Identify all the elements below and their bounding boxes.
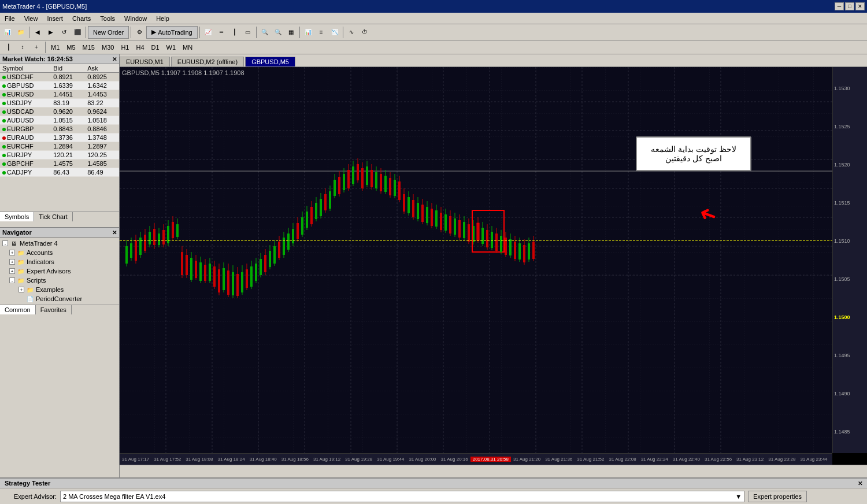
menu-view[interactable]: View	[20, 14, 43, 23]
time-label-21: 31 Aug 23:28	[766, 457, 798, 462]
period-h4[interactable]: H4	[133, 42, 147, 53]
tab-tick-chart[interactable]: Tick Chart	[34, 212, 73, 221]
nav-item-examples[interactable]: + 📁 Examples	[0, 285, 119, 294]
vline-btn[interactable]: ┃	[228, 26, 241, 39]
market-watch-row[interactable]: USDCAD 0.9620 0.9624	[0, 108, 119, 116]
maximize-btn[interactable]: □	[845, 2, 854, 10]
mw-dot	[2, 136, 6, 140]
ea-dropdown[interactable]: 2 MA Crosses Mega filter EA V1.ex4 ▼	[60, 491, 744, 502]
autotrading-button[interactable]: ▶ AutoTrading	[146, 26, 198, 39]
chart-tab-eurusd-m1[interactable]: EURUSD,M1	[120, 57, 170, 66]
forward-btn[interactable]: ▶	[45, 26, 57, 39]
bar-btn[interactable]: ≡	[315, 26, 328, 39]
market-watch-row[interactable]: AUDUSD 1.0515 1.0518	[0, 116, 119, 125]
line-chart-btn[interactable]: 📉	[328, 26, 341, 39]
minimize-btn[interactable]: ─	[835, 2, 844, 10]
new-chart-btn[interactable]: 📊	[1, 26, 14, 39]
nav-item-metatrader4[interactable]: - 🖥 MetaTrader 4	[0, 239, 119, 248]
market-watch-close[interactable]: ✕	[112, 56, 117, 62]
market-watch-row[interactable]: GBPUSD 1.6339 1.6342	[0, 81, 119, 90]
zoom-in-btn[interactable]: 🔍	[258, 26, 271, 39]
period-m30[interactable]: M30	[99, 42, 117, 53]
menu-file[interactable]: File	[0, 14, 20, 23]
market-watch-body: USDCHF 0.8921 0.8925 GBPUSD 1.6339 1.634…	[0, 73, 119, 177]
market-watch-row[interactable]: USDCHF 0.8921 0.8925	[0, 73, 119, 81]
refresh-btn[interactable]: ↺	[58, 26, 71, 39]
hline-btn[interactable]: ━	[215, 26, 228, 39]
nav-tab-favorites[interactable]: Favorites	[36, 305, 72, 314]
tb-sep3	[131, 27, 131, 38]
zoom-out-btn[interactable]: 🔍	[272, 26, 284, 39]
stop-btn[interactable]: ⬛	[71, 26, 84, 39]
nav-item-scripts[interactable]: - 📁 Scripts	[0, 276, 119, 285]
chart-tab-gbpusd-m5[interactable]: GBPUSD,M5	[245, 57, 295, 66]
period-d1[interactable]: D1	[149, 42, 162, 53]
navigator-title: Navigator	[2, 229, 32, 236]
grid-btn[interactable]: ▦	[285, 26, 298, 39]
nav-item-expert-advisors[interactable]: + 📁 Expert Advisors	[0, 266, 119, 276]
period-m5[interactable]: M5	[64, 42, 78, 53]
market-watch-row[interactable]: EURGBP 0.8843 0.8846	[0, 125, 119, 134]
tab-symbols[interactable]: Symbols	[0, 212, 34, 221]
menu-insert[interactable]: Insert	[42, 14, 68, 23]
market-watch-title: Market Watch: 16:24:53	[2, 55, 73, 62]
open-btn[interactable]: 📁	[14, 26, 27, 39]
period-m15[interactable]: M15	[80, 42, 98, 53]
market-watch-row[interactable]: EURCHF 1.2894 1.2897	[0, 142, 119, 151]
market-watch-row[interactable]: CADJPY 86.43 86.49	[0, 168, 119, 177]
navigator-close-btn[interactable]: ✕	[112, 229, 117, 236]
market-watch-scroll[interactable]: Symbol Bid Ask USDCHF 0.8921 0.8925 GBPU…	[0, 64, 119, 212]
mw-dot	[2, 145, 6, 149]
menu-window[interactable]: Window	[120, 14, 151, 23]
market-watch-row[interactable]: EURJPY 120.21 120.25	[0, 151, 119, 160]
nav-tab-common[interactable]: Common	[0, 305, 36, 314]
crosshair-btn[interactable]: +	[30, 41, 43, 54]
period-m1[interactable]: M1	[48, 42, 62, 53]
period-h1[interactable]: H1	[118, 42, 132, 53]
price-label-6: 1.1505	[834, 276, 866, 282]
time-label-2: 31 Aug 17:52	[151, 457, 183, 462]
st-close[interactable]: ✕	[858, 480, 862, 487]
mw-ask: 1.6342	[85, 81, 119, 90]
time-label-8: 31 Aug 19:28	[343, 457, 375, 462]
time-label-11: 31 Aug 20:16	[439, 457, 470, 462]
indicators-btn[interactable]: ∿	[345, 26, 358, 39]
new-order-button[interactable]: New Order	[88, 26, 129, 39]
rect-btn[interactable]: ▭	[242, 26, 254, 39]
market-watch-row[interactable]: EURUSD 1.4451 1.4453	[0, 90, 119, 99]
chart-container: GBPUSD,M5 1.1907 1.1908 1.1907 1.1908	[120, 67, 867, 465]
mw-ask: 0.8846	[85, 125, 119, 134]
nav-item-indicators[interactable]: + 📁 Indicators	[0, 257, 119, 266]
expert-properties-btn[interactable]: Expert properties	[748, 491, 807, 502]
menu-help[interactable]: Help	[151, 14, 174, 23]
menu-tools[interactable]: Tools	[95, 14, 120, 23]
market-watch-row[interactable]: USDJPY 83.19 83.22	[0, 99, 119, 108]
time-label: 31 Aug 17:17	[120, 457, 151, 462]
back-btn[interactable]: ◀	[31, 26, 44, 39]
title-bar: MetaTrader 4 - [GBPUSD,M5] ─ □ ✕	[0, 0, 867, 13]
market-watch-row[interactable]: GBPCHF 1.4575 1.4585	[0, 160, 119, 168]
price-label-3: 1.1520	[834, 162, 866, 168]
cursor-btn[interactable]: ↕	[16, 41, 29, 54]
menu-charts[interactable]: Charts	[68, 14, 95, 23]
navigator-tree: - 🖥 MetaTrader 4 + 📁 Accounts + 📁 Indica…	[0, 238, 119, 305]
spin-btn[interactable]: ⚙	[133, 26, 146, 39]
period-mn[interactable]: MN	[180, 42, 195, 53]
chart-tab-eurusd-m2[interactable]: EURUSD,M2 (offline)	[171, 57, 244, 66]
line-btn[interactable]: 📈	[202, 26, 214, 39]
nav-item-accounts[interactable]: + 📁 Accounts	[0, 248, 119, 257]
examples-icon: 📁	[26, 286, 34, 294]
main-toolbar: 📊 📁 ◀ ▶ ↺ ⬛ New Order ⚙ ▶ AutoTrading 📈 …	[0, 24, 867, 40]
period-w1[interactable]: W1	[164, 42, 179, 53]
time-label-15: 31 Aug 21:52	[575, 457, 606, 462]
market-watch-row[interactable]: EURAUD 1.3736 1.3748	[0, 134, 119, 142]
accounts-expand: +	[9, 250, 15, 255]
candle-btn[interactable]: 📊	[302, 26, 314, 39]
mw-dot	[2, 171, 6, 175]
mw-ask: 83.22	[85, 99, 119, 108]
close-btn[interactable]: ✕	[855, 2, 865, 10]
col-bid: Bid	[51, 64, 85, 73]
line-draw-btn[interactable]: ┃	[2, 41, 15, 54]
nav-item-period-converter[interactable]: 📄 PeriodConverter	[0, 294, 119, 303]
period-sep-btn[interactable]: ⏱	[358, 26, 371, 39]
